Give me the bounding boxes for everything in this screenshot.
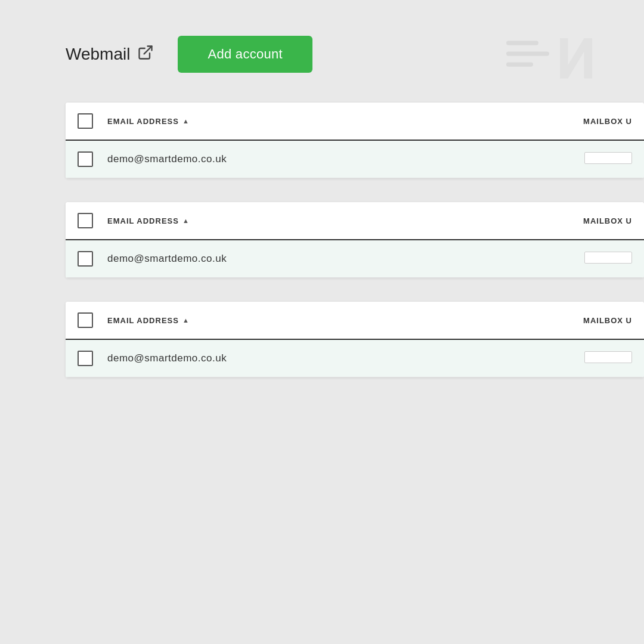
header-checkbox-3[interactable]: [78, 312, 93, 328]
mailbox-col-header-1: MAILBOX U: [561, 117, 632, 126]
row-checkbox-3[interactable]: [78, 351, 93, 366]
header-checkbox-2[interactable]: [78, 213, 93, 228]
email-value-3: demo@smartdemo.co.uk: [107, 352, 561, 364]
external-link-icon[interactable]: [137, 44, 154, 65]
svg-rect-2: [506, 52, 549, 56]
mailbox-bar-3: [561, 351, 632, 366]
email-col-header-1: EMAIL ADDRESS ▲: [107, 117, 561, 126]
mailbox-progress-1: [584, 152, 632, 164]
add-account-button[interactable]: Add account: [178, 36, 312, 73]
webmail-title: Webmail: [66, 45, 130, 64]
svg-rect-1: [506, 41, 538, 45]
logo-watermark: [501, 30, 608, 92]
mailbox-progress-2: [584, 252, 632, 264]
webmail-section: Webmail: [66, 44, 154, 65]
page-container: Webmail Add account: [0, 0, 644, 644]
header-checkbox-1[interactable]: [78, 113, 93, 129]
email-table-1: EMAIL ADDRESS ▲ MAILBOX U demo@smartdemo…: [66, 103, 644, 178]
email-value-1: demo@smartdemo.co.uk: [107, 153, 561, 165]
table-header-row-1: EMAIL ADDRESS ▲ MAILBOX U: [66, 103, 644, 141]
email-value-2: demo@smartdemo.co.uk: [107, 253, 561, 265]
mailbox-col-header-3: MAILBOX U: [561, 316, 632, 325]
row-checkbox-1[interactable]: [78, 151, 93, 167]
svg-rect-3: [506, 63, 533, 67]
mailbox-bar-1: [561, 152, 632, 166]
table-header-row-3: EMAIL ADDRESS ▲ MAILBOX U: [66, 302, 644, 340]
table-header-row-2: EMAIL ADDRESS ▲ MAILBOX U: [66, 202, 644, 240]
email-table-3: EMAIL ADDRESS ▲ MAILBOX U demo@smartdemo…: [66, 302, 644, 377]
header: Webmail Add account: [66, 36, 644, 73]
svg-line-0: [144, 46, 152, 54]
email-col-header-2: EMAIL ADDRESS ▲: [107, 216, 561, 225]
email-col-header-3: EMAIL ADDRESS ▲: [107, 316, 561, 325]
mailbox-col-header-2: MAILBOX U: [561, 216, 632, 225]
row-checkbox-2[interactable]: [78, 251, 93, 267]
email-table-2: EMAIL ADDRESS ▲ MAILBOX U demo@smartdemo…: [66, 202, 644, 278]
sort-arrow-3[interactable]: ▲: [182, 317, 190, 324]
sort-arrow-1[interactable]: ▲: [182, 117, 190, 125]
table-row: demo@smartdemo.co.uk: [66, 340, 644, 377]
table-row: demo@smartdemo.co.uk: [66, 141, 644, 178]
sort-arrow-2[interactable]: ▲: [182, 217, 190, 224]
table-row: demo@smartdemo.co.uk: [66, 240, 644, 278]
mailbox-bar-2: [561, 252, 632, 266]
mailbox-progress-3: [584, 351, 632, 363]
